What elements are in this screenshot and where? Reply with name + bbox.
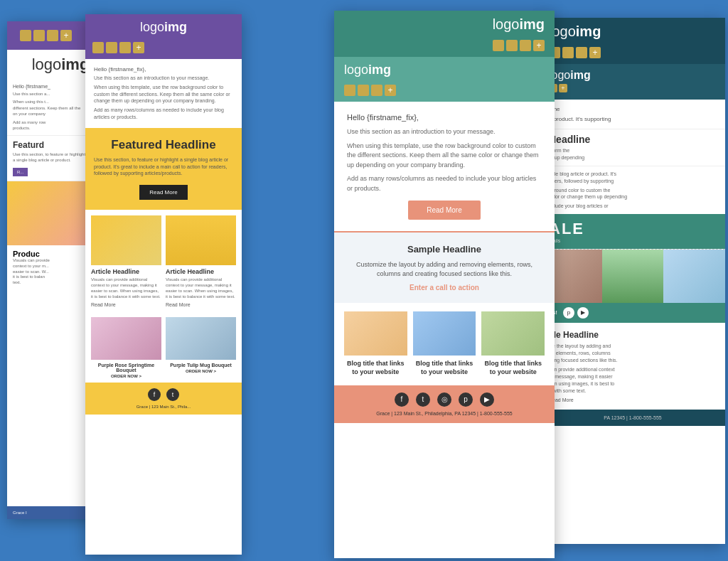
tmpl4-sub-stars: + xyxy=(549,82,717,95)
tmpl2-intro: Hello {firstname_fix}, Use this section … xyxy=(85,59,242,128)
tmpl4-sub-header: logoimg + xyxy=(540,64,725,100)
tmpl1-logo: logoimg xyxy=(32,55,90,73)
tmpl3-intro: Hello {firstname_fix}, Use this section … xyxy=(334,102,555,231)
tmpl2-logo: logoimg xyxy=(92,20,235,35)
tmpl3-read-more-btn[interactable]: Read More xyxy=(408,201,480,220)
tmpl4-img-2 xyxy=(602,250,664,303)
tmpl2-article2-readmore[interactable]: Read More xyxy=(166,302,236,307)
tmpl2-body-text: When using this template, use the row ba… xyxy=(94,84,233,105)
tmpl3-footer-text: Grace | 123 Main St., Philadelphia, PA 1… xyxy=(344,411,545,416)
tmpl3-intro-text: Use this section as an introduction to y… xyxy=(347,127,542,137)
star-plus: + xyxy=(589,47,601,58)
tmpl4-article-text1: ize the layout by adding andng elements,… xyxy=(549,343,717,363)
star-2 xyxy=(506,40,518,51)
tmpl3-sample-section: Sample Headline Customize the layout by … xyxy=(334,233,555,303)
tmpl2-featured-headline: Featured Headline xyxy=(94,138,233,152)
tmpl4-main-logo: logoimg xyxy=(549,23,717,40)
tmpl2-product1-img xyxy=(91,317,161,360)
star-1 xyxy=(92,42,104,53)
tmpl4-social-row: us! p ▶ xyxy=(540,303,725,323)
twitter-icon[interactable]: t xyxy=(416,392,430,407)
tmpl3-body-text1: When using this template, use the row ba… xyxy=(347,141,542,171)
tmpl4-sub-logo: logoimg xyxy=(549,69,717,82)
youtube-icon[interactable]: ▶ xyxy=(577,307,589,319)
tmpl2-footer-text: Grace | 123 Main St., Phila... xyxy=(91,405,236,409)
email-template-4: logoimg + logoimg + ...he ...product. It… xyxy=(540,18,725,544)
tmpl3-blog-2: Blog title that links to your website xyxy=(413,311,476,376)
tmpl2-product1-order[interactable]: ORDER NOW > xyxy=(91,374,161,378)
tmpl3-sample-text: Customize the layout by adding and remov… xyxy=(347,260,542,278)
tmpl4-headline-text: storm them up depending xyxy=(549,147,717,161)
tmpl3-blog2-title[interactable]: Blog title that links to your website xyxy=(413,360,476,376)
tmpl3-greeting: Hello {firstname_fix}, xyxy=(347,113,542,122)
tmpl3-main-header: logoimg xyxy=(334,11,555,38)
tmpl2-add-text: Add as many rows/columns as needed to in… xyxy=(94,107,233,121)
star-plus: + xyxy=(533,40,545,51)
tmpl3-sample-headline: Sample Headline xyxy=(347,244,542,255)
tmpl3-sub-stars: + xyxy=(334,83,555,102)
tmpl2-social-icons: f t xyxy=(91,388,236,401)
tmpl4-article-headline: cle Headline xyxy=(549,330,717,340)
star-3 xyxy=(119,42,131,53)
star-3 xyxy=(576,47,587,58)
tmpl4-main-stars: + xyxy=(540,46,725,64)
star-2 xyxy=(358,85,369,96)
tmpl3-blog1-title[interactable]: Blog title that links to your website xyxy=(344,360,407,376)
tmpl3-sample-cta[interactable]: Enter a call to action xyxy=(347,284,542,292)
tmpl3-blog-1: Blog title that links to your website xyxy=(344,311,407,376)
tmpl2-article2-img xyxy=(166,215,236,265)
tmpl4-footer: PA 12345 | 1-800-555-555 xyxy=(540,410,725,426)
star-3 xyxy=(371,85,382,96)
email-template-2: logoimg + Hello {firstname_fix}, Use thi… xyxy=(85,14,242,555)
tmpl4-intro: ...he ...product. It's supporting xyxy=(540,100,725,129)
tmpl2-products: Purple Rose Springtime Bouquet ORDER NOW… xyxy=(85,313,242,383)
tmpl2-product2-order[interactable]: ORDER NOW > xyxy=(166,369,236,373)
tmpl3-body-text2: Add as many rows/columns as needed to in… xyxy=(347,174,542,193)
tmpl4-sale-subtitle: etails xyxy=(549,238,717,243)
tmpl2-featured-desc: Use this section, to feature or highligh… xyxy=(94,156,233,177)
tmpl2-article2-text: Visuals can provide additional context t… xyxy=(166,277,236,299)
tmpl2-product1-name: Purple Rose Springtime Bouquet xyxy=(91,363,161,373)
facebook-icon[interactable]: f xyxy=(395,392,409,407)
tmpl3-blog2-img xyxy=(413,311,476,356)
tmpl4-sale-block: ALE etails xyxy=(540,214,725,249)
youtube-icon[interactable]: ▶ xyxy=(480,392,494,407)
pinterest-icon[interactable]: p xyxy=(563,307,574,319)
tmpl4-read-link[interactable]: Read More xyxy=(549,397,717,402)
tmpl3-blog3-title[interactable]: Blog title that links to your website xyxy=(481,360,545,376)
star-plus: + xyxy=(559,84,567,92)
tmpl2-stars: + xyxy=(85,41,242,59)
tmpl2-article2-title: Article Headline xyxy=(166,268,236,275)
star-3 xyxy=(47,30,58,41)
tmpl4-sale-title: ALE xyxy=(549,220,717,238)
tmpl4-article-section: cle Headline ize the layout by adding an… xyxy=(540,323,725,410)
tmpl4-body-text: ngle blog article or product. It's nders… xyxy=(540,166,725,214)
tmpl2-greeting: Hello {firstname_fix}, xyxy=(94,66,233,73)
tmpl2-product-2: Purple Tulip Mug Bouquet ORDER NOW > xyxy=(166,317,236,378)
tmpl2-featured-section: Featured Headline Use this section, to f… xyxy=(85,128,242,210)
star-plus: + xyxy=(133,42,144,53)
star-3 xyxy=(520,40,531,51)
tmpl4-img-3 xyxy=(663,250,725,303)
tmpl2-article-2: Article Headline Visuals can provide add… xyxy=(166,215,236,307)
tmpl2-article-1: Article Headline Visuals can provide add… xyxy=(91,215,161,307)
tmpl3-main-logo: logoimg xyxy=(344,16,545,33)
tmpl1-read-btn[interactable]: R... xyxy=(13,168,28,176)
star-1 xyxy=(493,40,504,51)
tmpl2-read-more-btn[interactable]: Read More xyxy=(139,185,188,200)
pinterest-icon[interactable]: p xyxy=(459,392,473,407)
star-1 xyxy=(344,85,355,96)
tmpl2-articles: Article Headline Visuals can provide add… xyxy=(85,210,242,313)
tmpl3-sub-header: logoimg xyxy=(334,57,555,83)
facebook-icon[interactable]: f xyxy=(148,388,161,401)
instagram-icon[interactable]: ◎ xyxy=(437,392,451,407)
tmpl2-product2-img xyxy=(166,317,236,360)
tmpl4-headline: Headline xyxy=(549,134,717,145)
star-plus: + xyxy=(60,30,72,41)
tmpl4-headline-section: Headline storm them up depending xyxy=(540,129,725,166)
tmpl3-blog-section: Blog title that links to your website Bl… xyxy=(334,303,555,385)
tmpl4-main-header: logoimg xyxy=(540,18,725,46)
twitter-icon[interactable]: t xyxy=(166,388,179,401)
tmpl2-article1-readmore[interactable]: Read More xyxy=(91,302,161,307)
star-2 xyxy=(106,42,117,53)
